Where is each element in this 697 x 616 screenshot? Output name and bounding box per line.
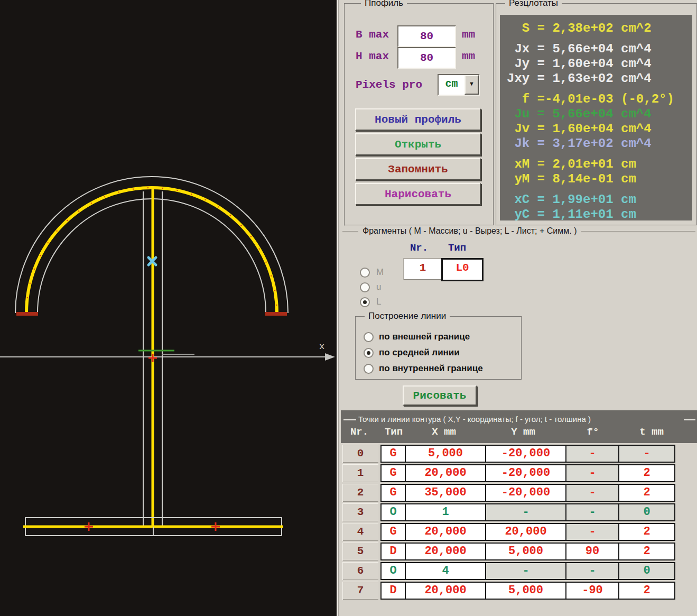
h-max-input[interactable]: 80 xyxy=(397,47,456,69)
cell-f[interactable]: -90 xyxy=(566,583,619,599)
cell-x[interactable]: 20,000 xyxy=(406,465,486,481)
col-header-nr: Nr. xyxy=(347,426,372,438)
table-row-2: 2G35,000-20,000-2 xyxy=(342,484,675,502)
row-number: 5 xyxy=(342,543,378,560)
table-row-7: 7D20,0005,000-902 xyxy=(342,582,675,600)
result-line-0: S = 2,38e+02 cm^2 xyxy=(507,21,692,36)
results-lines: S = 2,38e+02 cm^2 Jx = 5,66e+04 cm^4 Jy … xyxy=(500,15,692,222)
cell-y[interactable]: 5,000 xyxy=(486,583,566,599)
fragment-nr-header: Nr. xyxy=(406,242,432,254)
cell-x[interactable]: 35,000 xyxy=(406,485,486,501)
cell-t[interactable]: 2 xyxy=(619,465,674,481)
line-mode-option-1[interactable]: по средней линии xyxy=(356,345,521,361)
result-line-10: xC = 1,99e+01 cm xyxy=(507,192,692,207)
cell-type[interactable]: D xyxy=(382,583,406,599)
fragment-type-radio-u[interactable]: u xyxy=(360,280,384,295)
result-line-11: yC = 1,11e+01 cm xyxy=(507,207,692,222)
row-cells: D20,0005,000-902 xyxy=(380,582,675,600)
line-mode-option-2[interactable]: по внутренней границе xyxy=(356,361,521,376)
cell-y[interactable]: - xyxy=(486,504,566,520)
result-line-8: xM = 2,01e+01 cm xyxy=(507,157,692,172)
profile-button-2[interactable]: Открыть xyxy=(355,133,481,155)
result-line-1: Jx = 5,66e+04 cm^4 xyxy=(507,42,692,57)
cell-f[interactable]: - xyxy=(566,446,619,462)
h-max-unit: mm xyxy=(462,50,475,62)
cell-x[interactable]: 20,000 xyxy=(406,544,486,559)
row-cells: G35,000-20,000-2 xyxy=(380,484,675,502)
cell-f[interactable]: - xyxy=(566,504,619,520)
table-row-3: 3O1--0 xyxy=(342,503,675,521)
profile-buttons: Новый профильОткрытьЗапомнитьНарисовать xyxy=(355,108,481,208)
col-header-type: Тип xyxy=(380,426,407,438)
cell-f[interactable]: - xyxy=(566,465,619,481)
cell-x[interactable]: 4 xyxy=(406,563,486,579)
cell-type[interactable]: G xyxy=(382,465,406,481)
radio-label: u xyxy=(376,282,381,292)
draw-button[interactable]: Рисовать xyxy=(403,385,477,406)
pixels-pro-value: cm xyxy=(439,75,464,95)
cell-t[interactable]: 0 xyxy=(619,563,674,579)
cell-t[interactable]: 2 xyxy=(619,485,674,501)
cell-y[interactable]: - xyxy=(486,563,566,579)
cell-x[interactable]: 20,000 xyxy=(406,524,486,540)
radio-label: L xyxy=(376,297,381,307)
radio-icon xyxy=(360,268,370,278)
row-number: 2 xyxy=(342,484,378,502)
cell-t[interactable]: - xyxy=(619,446,674,462)
arch-right-end-cap xyxy=(265,312,287,316)
fragment-type-radio-L[interactable]: L xyxy=(360,295,384,309)
cell-type[interactable]: G xyxy=(382,524,406,540)
cell-type[interactable]: O xyxy=(382,504,406,520)
profile-button-3[interactable]: Запомнить xyxy=(355,158,481,180)
cell-type[interactable]: O xyxy=(382,563,406,579)
cell-type[interactable]: G xyxy=(382,446,406,462)
row-cells: D20,0005,000902 xyxy=(380,543,675,560)
fragment-type-input[interactable]: L0 xyxy=(441,258,484,281)
cell-f[interactable]: - xyxy=(566,524,619,540)
col-header-t: t mm xyxy=(635,426,668,438)
row-number: 3 xyxy=(342,503,378,521)
result-line-9: yM = 8,14e-01 cm xyxy=(507,172,692,187)
profile-button-1[interactable]: Новый профиль xyxy=(355,108,481,131)
chevron-down-icon[interactable]: ▼ xyxy=(464,75,479,95)
table-row-4: 4G20,00020,000-2 xyxy=(342,523,675,541)
x-axis-label: x xyxy=(319,342,324,352)
cell-y[interactable]: 5,000 xyxy=(486,544,566,559)
cell-t[interactable]: 0 xyxy=(619,504,674,520)
table-frame-dash-right xyxy=(684,419,695,420)
cell-x[interactable]: 5,000 xyxy=(406,446,486,462)
drawing-canvas[interactable]: x xyxy=(0,0,337,616)
result-line-6: Jv = 1,60e+04 cm^4 xyxy=(507,122,692,136)
b-max-input[interactable]: 80 xyxy=(397,25,456,47)
cell-x[interactable]: 20,000 xyxy=(406,583,486,599)
cell-y[interactable]: -20,000 xyxy=(486,465,566,481)
cell-t[interactable]: 2 xyxy=(619,583,674,599)
cell-type[interactable]: G xyxy=(382,485,406,501)
col-header-x: X mm xyxy=(417,426,470,438)
results-display: S = 2,38e+02 cm^2 Jx = 5,66e+04 cm^4 Jy … xyxy=(500,15,692,220)
b-max-unit: mm xyxy=(462,29,475,41)
cell-t[interactable]: 2 xyxy=(619,524,674,540)
cell-f[interactable]: 90 xyxy=(566,544,619,559)
cell-f[interactable]: - xyxy=(566,485,619,501)
row-number: 6 xyxy=(342,562,378,580)
cell-x[interactable]: 1 xyxy=(406,504,486,520)
fragment-nr-input[interactable]: 1 xyxy=(403,258,442,280)
cell-type[interactable]: D xyxy=(382,544,406,559)
cell-t[interactable]: 2 xyxy=(619,544,674,559)
profile-button-4[interactable]: Нарисовать xyxy=(355,183,481,205)
results-panel-title: Резцлотаты xyxy=(505,0,562,8)
radio-icon xyxy=(360,297,370,307)
pixels-pro-label: Pixels pro xyxy=(356,79,422,91)
cell-y[interactable]: 20,000 xyxy=(486,524,566,540)
pixels-pro-select[interactable]: cm ▼ xyxy=(438,74,480,96)
fragment-type-header: Тип xyxy=(444,242,470,254)
line-mode-options: по внешней границепо средней линиипо вну… xyxy=(356,317,521,376)
profile-drawing: x xyxy=(0,0,337,616)
fragment-type-radio-M[interactable]: M xyxy=(360,265,384,280)
col-header-y: Y mm xyxy=(497,426,550,438)
line-mode-option-0[interactable]: по внешней границе xyxy=(356,329,521,345)
cell-f[interactable]: - xyxy=(566,563,619,579)
cell-y[interactable]: -20,000 xyxy=(486,446,566,462)
cell-y[interactable]: -20,000 xyxy=(486,485,566,501)
